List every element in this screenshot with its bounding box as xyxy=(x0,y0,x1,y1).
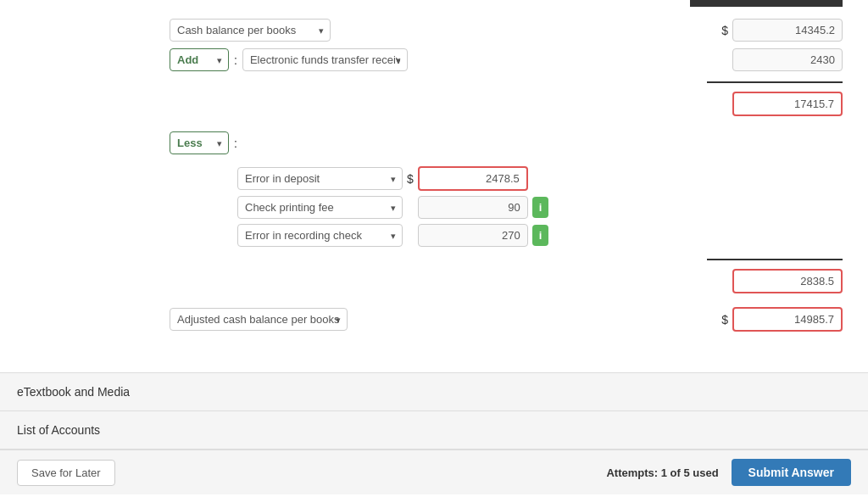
adjusted-input[interactable] xyxy=(732,307,843,332)
divider-1 xyxy=(707,81,843,83)
cash-balance-select[interactable]: Cash balance per books xyxy=(170,19,331,42)
check-printing-row: Check printing fee $ i xyxy=(237,196,843,219)
etextbook-item[interactable]: eTextbook and Media xyxy=(0,373,868,411)
error-recording-select-wrapper: Error in recording check xyxy=(237,224,403,247)
error-recording-row: Error in recording check $ i xyxy=(237,224,843,247)
info-btn-1[interactable]: i xyxy=(532,197,549,218)
top-bar xyxy=(690,0,843,7)
list-accounts-item[interactable]: List of Accounts xyxy=(0,411,868,450)
info-btn-2[interactable]: i xyxy=(532,225,549,246)
add-select[interactable]: Add xyxy=(170,48,229,71)
adjusted-select-wrapper: Adjusted cash balance per books xyxy=(170,308,348,331)
footer-right: Attempts: 1 of 5 used Submit Answer xyxy=(606,459,851,486)
error-deposit-select[interactable]: Error in deposit xyxy=(237,167,403,190)
add-eft-row: Add : Electronic funds transfer received xyxy=(170,48,843,71)
cash-balance-select-wrapper: Cash balance per books xyxy=(170,19,331,42)
error-recording-input[interactable] xyxy=(418,224,528,247)
subtotal2-divider-row xyxy=(170,255,843,264)
cash-balance-input[interactable] xyxy=(732,19,843,42)
main-container: Cash balance per books $ Add : Electroni… xyxy=(0,0,868,497)
subtotal2-value-row xyxy=(170,269,843,293)
error-deposit-input[interactable] xyxy=(418,166,528,191)
subtotal1-row xyxy=(170,78,843,87)
less-row: Less : xyxy=(170,131,843,154)
less-select[interactable]: Less xyxy=(170,131,229,154)
check-printing-select-wrapper: Check printing fee xyxy=(237,196,403,219)
attempts-text: Attempts: 1 of 5 used xyxy=(606,466,718,479)
adjusted-row: Adjusted cash balance per books $ xyxy=(170,307,843,332)
error-deposit-row: Error in deposit $ xyxy=(237,166,843,191)
cash-balance-row: Cash balance per books $ xyxy=(170,19,843,42)
adjusted-select[interactable]: Adjusted cash balance per books xyxy=(170,308,348,331)
check-printing-select[interactable]: Check printing fee xyxy=(237,196,403,219)
less-select-wrapper: Less xyxy=(170,131,229,154)
eft-select-wrapper: Electronic funds transfer received xyxy=(242,48,408,71)
footer-bar: Save for Later Attempts: 1 of 5 used Sub… xyxy=(0,450,868,494)
save-button[interactable]: Save for Later xyxy=(17,460,115,486)
dollar-sign-1: $ xyxy=(721,24,728,37)
error-recording-select[interactable]: Error in recording check xyxy=(237,224,403,247)
dollar-sign-2: $ xyxy=(407,172,414,186)
eft-input[interactable] xyxy=(732,48,843,71)
subtotal1-input[interactable] xyxy=(732,92,843,116)
submit-button[interactable]: Submit Answer xyxy=(732,459,851,486)
divider-2 xyxy=(707,259,843,260)
content-area: Cash balance per books $ Add : Electroni… xyxy=(0,10,868,355)
eft-select[interactable]: Electronic funds transfer received xyxy=(242,48,408,71)
add-select-wrapper: Add xyxy=(170,48,229,71)
bottom-section: eTextbook and Media List of Accounts xyxy=(0,372,868,450)
subtotal1-value-row xyxy=(170,92,843,116)
subtotal2-input[interactable] xyxy=(732,269,843,293)
colon-1: : xyxy=(234,53,237,67)
check-printing-input[interactable] xyxy=(418,196,528,219)
dollar-sign-3: $ xyxy=(721,313,728,327)
colon-2: : xyxy=(234,137,237,150)
error-deposit-select-wrapper: Error in deposit xyxy=(237,167,403,190)
less-sub-section: Error in deposit $ Check printing fee $ … xyxy=(237,166,843,247)
